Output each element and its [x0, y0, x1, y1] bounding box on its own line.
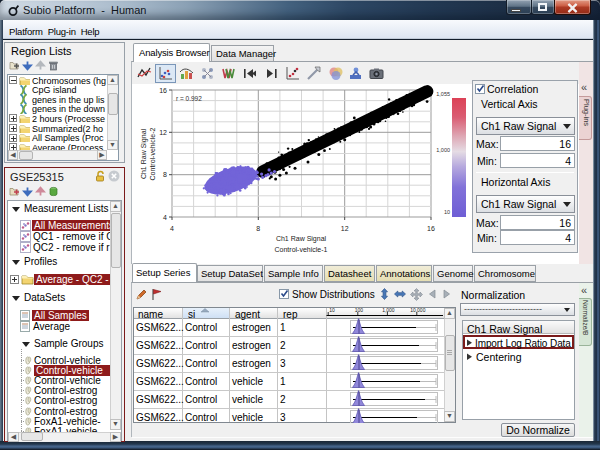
svg-text:16: 16	[159, 87, 167, 94]
svg-text:8: 8	[163, 171, 167, 178]
svg-text:10: 10	[329, 307, 335, 313]
svg-text:1,055: 1,055	[436, 91, 450, 97]
svg-text:10,000: 10,000	[410, 307, 426, 313]
svg-text:10: 10	[444, 209, 450, 215]
svg-text:Control-vehicle-1: Control-vehicle-1	[275, 246, 328, 253]
svg-text:100: 100	[355, 307, 364, 313]
svg-text:1,000: 1,000	[382, 307, 395, 313]
svg-text:r = 0.992: r = 0.992	[176, 95, 202, 102]
svg-text:12: 12	[159, 129, 167, 136]
